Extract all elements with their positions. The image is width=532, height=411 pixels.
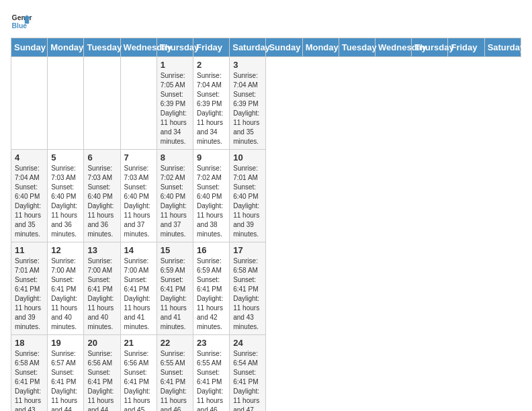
calendar-cell: 20Sunrise: 6:56 AM Sunset: 6:41 PM Dayli… (84, 335, 120, 412)
calendar-cell: 17Sunrise: 6:58 AM Sunset: 6:41 PM Dayli… (230, 242, 266, 335)
day-number: 18 (15, 338, 44, 348)
day-number: 2 (197, 60, 226, 70)
day-number: 14 (124, 245, 153, 255)
cell-content: Sunrise: 7:01 AM Sunset: 6:40 PM Dayligh… (233, 164, 262, 239)
cell-content: Sunrise: 7:02 AM Sunset: 6:40 PM Dayligh… (197, 164, 226, 239)
day-number: 7 (124, 152, 153, 163)
calendar-cell: 5Sunrise: 7:03 AM Sunset: 6:40 PM Daylig… (48, 150, 84, 242)
calendar-cell: 11Sunrise: 7:01 AM Sunset: 6:41 PM Dayli… (11, 242, 48, 335)
cell-content: Sunrise: 7:01 AM Sunset: 6:41 PM Dayligh… (15, 257, 44, 332)
week-row-4: 18Sunrise: 6:58 AM Sunset: 6:41 PM Dayli… (11, 335, 521, 412)
calendar-cell: 22Sunrise: 6:55 AM Sunset: 6:41 PM Dayli… (157, 335, 193, 412)
logo: General Blue (11, 11, 32, 32)
calendar-cell (120, 57, 157, 150)
day-number: 19 (51, 338, 80, 348)
calendar-cell: 9Sunrise: 7:02 AM Sunset: 6:40 PM Daylig… (193, 150, 230, 242)
day-number: 17 (233, 245, 262, 255)
calendar-cell: 15Sunrise: 6:59 AM Sunset: 6:41 PM Dayli… (157, 242, 193, 335)
cell-content: Sunrise: 7:04 AM Sunset: 6:39 PM Dayligh… (233, 71, 262, 146)
day-number: 24 (233, 338, 262, 348)
cell-content: Sunrise: 7:00 AM Sunset: 6:41 PM Dayligh… (87, 257, 116, 332)
day-number: 12 (51, 245, 80, 255)
header-row: SundayMondayTuesdayWednesdayThursdayFrid… (11, 38, 521, 57)
day-header-saturday: Saturday (484, 38, 521, 57)
calendar-cell (11, 57, 48, 150)
cell-content: Sunrise: 7:05 AM Sunset: 6:39 PM Dayligh… (161, 71, 189, 146)
day-number: 3 (233, 60, 262, 70)
cell-content: Sunrise: 6:55 AM Sunset: 6:41 PM Dayligh… (197, 349, 226, 411)
calendar-cell: 13Sunrise: 7:00 AM Sunset: 6:41 PM Dayli… (84, 242, 120, 335)
cell-content: Sunrise: 6:56 AM Sunset: 6:41 PM Dayligh… (87, 349, 116, 411)
day-number: 21 (124, 338, 153, 348)
day-number: 15 (161, 245, 189, 255)
calendar-cell: 8Sunrise: 7:02 AM Sunset: 6:40 PM Daylig… (157, 150, 193, 242)
day-number: 6 (87, 152, 116, 163)
day-number: 8 (161, 152, 189, 163)
calendar-cell: 16Sunrise: 6:59 AM Sunset: 6:41 PM Dayli… (193, 242, 230, 335)
calendar-cell: 3Sunrise: 7:04 AM Sunset: 6:39 PM Daylig… (230, 57, 266, 150)
calendar-cell (48, 57, 84, 150)
cell-content: Sunrise: 6:57 AM Sunset: 6:41 PM Dayligh… (51, 349, 80, 411)
cell-content: Sunrise: 6:59 AM Sunset: 6:41 PM Dayligh… (161, 257, 189, 332)
day-number: 5 (51, 152, 80, 163)
calendar-cell: 4Sunrise: 7:04 AM Sunset: 6:40 PM Daylig… (11, 150, 48, 242)
week-row-3: 11Sunrise: 7:01 AM Sunset: 6:41 PM Dayli… (11, 242, 521, 335)
page-header: General Blue (11, 11, 521, 32)
calendar-table: SundayMondayTuesdayWednesdayThursdayFrid… (11, 38, 521, 411)
day-header-sunday: Sunday (11, 38, 48, 57)
calendar-cell: 18Sunrise: 6:58 AM Sunset: 6:41 PM Dayli… (11, 335, 48, 412)
day-header-thursday: Thursday (157, 38, 193, 57)
day-header-saturday: Saturday (230, 38, 266, 57)
cell-content: Sunrise: 7:03 AM Sunset: 6:40 PM Dayligh… (51, 164, 80, 239)
cell-content: Sunrise: 7:00 AM Sunset: 6:41 PM Dayligh… (51, 257, 80, 332)
day-header-wednesday: Wednesday (120, 38, 157, 57)
calendar-cell (84, 57, 120, 150)
day-number: 13 (87, 245, 116, 255)
day-header-wednesday: Wednesday (375, 38, 412, 57)
cell-content: Sunrise: 6:54 AM Sunset: 6:41 PM Dayligh… (233, 349, 262, 411)
day-number: 16 (197, 245, 226, 255)
cell-content: Sunrise: 6:59 AM Sunset: 6:41 PM Dayligh… (197, 257, 226, 332)
cell-content: Sunrise: 7:03 AM Sunset: 6:40 PM Dayligh… (87, 164, 116, 239)
day-number: 1 (161, 60, 189, 70)
cell-content: Sunrise: 7:03 AM Sunset: 6:40 PM Dayligh… (124, 164, 153, 239)
calendar-cell: 6Sunrise: 7:03 AM Sunset: 6:40 PM Daylig… (84, 150, 120, 242)
cell-content: Sunrise: 7:00 AM Sunset: 6:41 PM Dayligh… (124, 257, 153, 332)
cell-content: Sunrise: 7:04 AM Sunset: 6:40 PM Dayligh… (15, 164, 44, 239)
calendar-cell: 21Sunrise: 6:56 AM Sunset: 6:41 PM Dayli… (120, 335, 157, 412)
day-header-sunday: Sunday (266, 38, 302, 57)
day-number: 4 (15, 152, 44, 163)
cell-content: Sunrise: 6:56 AM Sunset: 6:41 PM Dayligh… (124, 349, 153, 411)
cell-content: Sunrise: 6:55 AM Sunset: 6:41 PM Dayligh… (161, 349, 189, 411)
logo-icon: General Blue (11, 11, 32, 32)
calendar-cell: 2Sunrise: 7:04 AM Sunset: 6:39 PM Daylig… (193, 57, 230, 150)
cell-content: Sunrise: 6:58 AM Sunset: 6:41 PM Dayligh… (15, 349, 44, 411)
day-header-tuesday: Tuesday (84, 38, 120, 57)
calendar-cell: 19Sunrise: 6:57 AM Sunset: 6:41 PM Dayli… (48, 335, 84, 412)
day-number: 22 (161, 338, 189, 348)
calendar-cell: 1Sunrise: 7:05 AM Sunset: 6:39 PM Daylig… (157, 57, 193, 150)
day-header-friday: Friday (448, 38, 484, 57)
day-number: 20 (87, 338, 116, 348)
cell-content: Sunrise: 7:02 AM Sunset: 6:40 PM Dayligh… (161, 164, 189, 239)
day-header-friday: Friday (193, 38, 230, 57)
calendar-cell: 24Sunrise: 6:54 AM Sunset: 6:41 PM Dayli… (230, 335, 266, 412)
day-number: 10 (233, 152, 262, 163)
day-number: 9 (197, 152, 226, 163)
day-header-monday: Monday (302, 38, 339, 57)
calendar-cell: 23Sunrise: 6:55 AM Sunset: 6:41 PM Dayli… (193, 335, 230, 412)
calendar-cell: 12Sunrise: 7:00 AM Sunset: 6:41 PM Dayli… (48, 242, 84, 335)
calendar-cell: 14Sunrise: 7:00 AM Sunset: 6:41 PM Dayli… (120, 242, 157, 335)
cell-content: Sunrise: 6:58 AM Sunset: 6:41 PM Dayligh… (233, 257, 262, 332)
day-header-monday: Monday (48, 38, 84, 57)
calendar-cell: 10Sunrise: 7:01 AM Sunset: 6:40 PM Dayli… (230, 150, 266, 242)
day-number: 23 (197, 338, 226, 348)
day-header-tuesday: Tuesday (339, 38, 375, 57)
week-row-1: 1Sunrise: 7:05 AM Sunset: 6:39 PM Daylig… (11, 57, 521, 150)
day-header-thursday: Thursday (412, 38, 448, 57)
week-row-2: 4Sunrise: 7:04 AM Sunset: 6:40 PM Daylig… (11, 150, 521, 242)
calendar-cell: 7Sunrise: 7:03 AM Sunset: 6:40 PM Daylig… (120, 150, 157, 242)
day-number: 11 (15, 245, 44, 255)
cell-content: Sunrise: 7:04 AM Sunset: 6:39 PM Dayligh… (197, 71, 226, 146)
